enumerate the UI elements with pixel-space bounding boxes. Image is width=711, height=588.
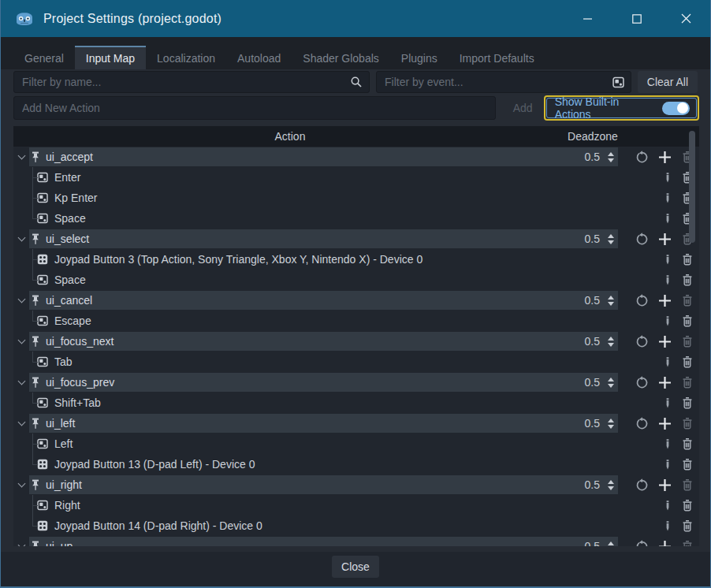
tab-plugins[interactable]: Plugins bbox=[390, 46, 449, 69]
action-row-bg[interactable]: ui_focus_prev 0.5 bbox=[29, 373, 618, 392]
input-event-icon bbox=[612, 76, 624, 88]
close-button[interactable] bbox=[661, 0, 710, 37]
event-row[interactable]: Space bbox=[13, 270, 699, 290]
event-label: Enter bbox=[54, 171, 80, 184]
keyboard-icon bbox=[37, 500, 48, 511]
revert-icon[interactable] bbox=[635, 478, 649, 492]
chevron-down-icon[interactable] bbox=[18, 296, 26, 303]
chevron-down-icon[interactable] bbox=[18, 234, 26, 242]
dialog-close-button[interactable]: Close bbox=[332, 556, 379, 578]
minimize-button[interactable] bbox=[564, 0, 612, 37]
chevron-down-icon[interactable] bbox=[18, 480, 26, 488]
revert-icon[interactable] bbox=[635, 233, 649, 246]
event-row[interactable]: Joypad Button 3 (Top Action, Sony Triang… bbox=[13, 249, 699, 270]
action-row-bg[interactable]: ui_select 0.5 bbox=[29, 229, 618, 248]
add-event-icon[interactable] bbox=[657, 293, 672, 308]
chevron-down-icon[interactable] bbox=[18, 541, 26, 546]
window-controls bbox=[564, 0, 710, 37]
action-row: ui_focus_prev 0.5 bbox=[13, 372, 699, 393]
revert-icon[interactable] bbox=[635, 335, 649, 348]
filter-by-event-field[interactable] bbox=[376, 71, 631, 93]
scrollbar-thumb[interactable] bbox=[689, 131, 695, 243]
add-action-input[interactable] bbox=[14, 97, 495, 119]
edit-pencil-icon[interactable] bbox=[663, 254, 672, 266]
edit-pencil-icon[interactable] bbox=[663, 213, 672, 225]
filter-by-name-field[interactable] bbox=[13, 71, 370, 93]
deadzone-value: 0.5 bbox=[585, 294, 600, 307]
toggle-switch[interactable] bbox=[662, 102, 690, 115]
event-label: Right bbox=[54, 499, 80, 512]
vertical-scrollbar[interactable] bbox=[689, 129, 695, 543]
action-row-bg[interactable]: ui_right 0.5 bbox=[29, 475, 618, 494]
add-event-icon[interactable] bbox=[657, 334, 672, 349]
add-event-icon[interactable] bbox=[657, 478, 672, 493]
add-event-icon[interactable] bbox=[657, 375, 672, 390]
action-row: ui_focus_next 0.5 bbox=[13, 331, 699, 352]
tab-localization[interactable]: Localization bbox=[146, 46, 226, 69]
keyboard-icon bbox=[37, 438, 48, 449]
keyboard-icon bbox=[37, 213, 48, 224]
event-row[interactable]: Kp Enter bbox=[13, 188, 699, 208]
chevron-down-icon[interactable] bbox=[18, 337, 26, 344]
event-label: Tab bbox=[54, 355, 73, 368]
edit-pencil-icon[interactable] bbox=[663, 172, 672, 184]
event-row[interactable]: Right bbox=[13, 495, 699, 515]
action-row: ui_accept 0.5 bbox=[13, 147, 699, 167]
maximize-button[interactable] bbox=[612, 0, 661, 37]
add-event-icon[interactable] bbox=[657, 150, 672, 165]
add-event-icon[interactable] bbox=[657, 539, 672, 547]
event-row[interactable]: Enter bbox=[13, 167, 699, 188]
edit-pencil-icon[interactable] bbox=[663, 397, 672, 409]
tab-autoload[interactable]: Autoload bbox=[226, 46, 292, 69]
event-row[interactable]: Escape bbox=[13, 311, 699, 331]
action-name: ui_focus_next bbox=[46, 335, 114, 348]
search-icon bbox=[350, 76, 363, 88]
revert-icon[interactable] bbox=[635, 294, 649, 307]
edit-pencil-icon[interactable] bbox=[663, 500, 672, 512]
pin-icon bbox=[31, 479, 40, 491]
pin-icon bbox=[31, 295, 40, 307]
chevron-down-icon[interactable] bbox=[18, 419, 26, 426]
event-row[interactable]: Joypad Button 14 (D-pad Right) - Device … bbox=[13, 515, 699, 536]
event-row[interactable]: Shift+Tab bbox=[13, 393, 699, 413]
chevron-down-icon[interactable] bbox=[18, 152, 26, 160]
revert-icon[interactable] bbox=[635, 417, 649, 430]
action-row-bg[interactable]: ui_up 0.5 bbox=[29, 537, 618, 546]
revert-icon[interactable] bbox=[635, 376, 649, 389]
event-label: Space bbox=[54, 212, 86, 225]
filter-event-input[interactable] bbox=[377, 72, 612, 92]
revert-icon[interactable] bbox=[635, 151, 649, 164]
clear-all-button[interactable]: Clear All bbox=[638, 71, 698, 93]
add-event-icon[interactable] bbox=[657, 416, 672, 431]
tab-general[interactable]: General bbox=[13, 46, 75, 69]
tab-shader-globals[interactable]: Shader Globals bbox=[292, 46, 390, 69]
event-label: Joypad Button 14 (D-pad Right) - Device … bbox=[54, 519, 262, 532]
tab-input-map[interactable]: Input Map bbox=[75, 46, 146, 69]
action-row-bg[interactable]: ui_accept 0.5 bbox=[29, 147, 618, 166]
tab-import-defaults[interactable]: Import Defaults bbox=[449, 46, 545, 69]
edit-pencil-icon[interactable] bbox=[663, 274, 672, 286]
chevron-down-icon[interactable] bbox=[18, 378, 26, 385]
edit-pencil-icon[interactable] bbox=[663, 438, 672, 450]
show-builtin-actions-toggle[interactable]: Show Built-in Actions bbox=[546, 98, 697, 118]
action-row-bg[interactable]: ui_focus_next 0.5 bbox=[29, 332, 618, 351]
edit-pencil-icon[interactable] bbox=[663, 315, 672, 327]
action-row-bg[interactable]: ui_cancel 0.5 bbox=[29, 291, 618, 310]
revert-icon[interactable] bbox=[635, 540, 649, 547]
add-button: Add bbox=[502, 102, 544, 114]
event-row[interactable]: Joypad Button 13 (D-pad Left) - Device 0 bbox=[13, 454, 699, 474]
event-row[interactable]: Space bbox=[13, 208, 699, 229]
event-row[interactable]: Tab bbox=[13, 352, 699, 372]
add-event-icon[interactable] bbox=[657, 232, 672, 247]
add-new-action-field[interactable] bbox=[13, 96, 496, 120]
edit-pencil-icon[interactable] bbox=[663, 356, 672, 368]
keyboard-icon bbox=[37, 397, 48, 408]
add-action-row: Add Show Built-in Actions bbox=[13, 96, 699, 120]
edit-pencil-icon[interactable] bbox=[663, 459, 672, 471]
edit-pencil-icon[interactable] bbox=[663, 520, 672, 532]
event-row[interactable]: Left bbox=[13, 434, 699, 454]
filter-name-input[interactable] bbox=[14, 72, 350, 92]
pin-icon bbox=[31, 377, 40, 389]
action-row-bg[interactable]: ui_left 0.5 bbox=[29, 414, 618, 433]
edit-pencil-icon[interactable] bbox=[663, 192, 672, 204]
